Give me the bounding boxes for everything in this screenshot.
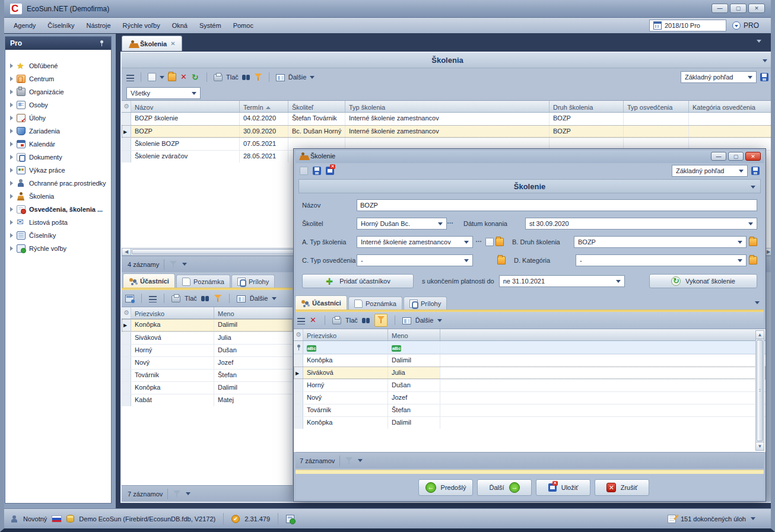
pin-icon[interactable] (98, 39, 106, 47)
sidebar-item-ulohy[interactable]: Úlohy (5, 112, 111, 125)
view-selector[interactable]: Základný pohľad (681, 71, 757, 83)
delete-icon[interactable] (309, 316, 317, 324)
slovak-flag-icon[interactable] (52, 515, 62, 523)
previous-button[interactable]: Predošlý (418, 479, 473, 496)
columns-icon[interactable] (402, 317, 411, 324)
save-view-icon[interactable] (751, 167, 760, 175)
gear-icon[interactable] (123, 309, 131, 317)
ellipsis-icon[interactable] (475, 238, 484, 246)
vertical-scrollbar[interactable]: ▲ ▼ (755, 330, 764, 451)
print-label[interactable]: Tlač (185, 295, 197, 302)
table-row-selected[interactable]: Konôpka Dalimil (122, 319, 293, 332)
table-row[interactable]: Továrnik Štefan (294, 404, 766, 416)
table-row-selected[interactable]: BOZP 30.09.2020 Bc. Dušan Horný Interné … (122, 125, 773, 138)
column-priezvisko[interactable]: Priezvisko (131, 307, 214, 318)
current-user[interactable]: Novotný (23, 515, 47, 523)
scroll-down-arrow[interactable]: ▼ (756, 442, 764, 450)
cancel-button[interactable]: Zrušiť (595, 479, 649, 496)
column-termin[interactable]: Termín (240, 101, 288, 112)
gear-icon[interactable] (123, 103, 131, 111)
typ-skolenia-selector[interactable]: Interné školenie zamestnancov (357, 236, 473, 248)
table-row[interactable]: Nový Jozef (294, 391, 766, 404)
menu-ciselniky[interactable]: Číselníky (42, 20, 80, 31)
search-icon[interactable] (242, 73, 250, 81)
panel-collapse-icon[interactable] (763, 59, 767, 62)
sidebar-item-oblubene[interactable]: Obľúbené (5, 59, 111, 72)
nazov-field[interactable] (357, 199, 757, 211)
tab-poznamka[interactable]: Poznámka (176, 275, 230, 288)
dialog-view-selector[interactable]: Základný pohľad (672, 165, 748, 177)
column-meno[interactable]: Meno (388, 329, 440, 340)
sidebar-item-listova-posta[interactable]: Listová pošta (5, 216, 111, 229)
pro-menu[interactable]: PRO (732, 21, 759, 30)
menu-nastroje[interactable]: Nástroje (81, 20, 117, 31)
refresh-icon[interactable] (192, 73, 200, 81)
sidebar-item-ciselniky[interactable]: Číselníky (5, 229, 111, 242)
table-row[interactable]: Kabát Matej (122, 394, 293, 406)
column-skolitel[interactable]: Školiteľ (288, 101, 345, 112)
print-label[interactable]: Tlač (226, 74, 239, 81)
new-record-icon[interactable] (300, 167, 308, 175)
sidebar-item-vykaz-prace[interactable]: Výkaz práce (5, 164, 111, 177)
header-collapse-icon[interactable] (751, 186, 755, 189)
sidebar-item-centrum[interactable]: Centrum (5, 72, 111, 85)
column-druh-skolenia[interactable]: Druh školenia (550, 101, 624, 112)
save-view-icon[interactable] (760, 73, 768, 81)
more-label[interactable]: Ďalšie (415, 317, 434, 324)
sidebar-item-dokumenty[interactable]: Dokumenty (5, 151, 111, 164)
new-record-dropdown[interactable] (160, 76, 164, 79)
close-button[interactable]: ✕ (748, 4, 765, 13)
more-label[interactable]: Ďalšie (250, 295, 268, 302)
menu-agendy[interactable]: Agendy (8, 20, 42, 31)
column-priezvisko[interactable]: Priezvisko (303, 329, 388, 340)
more-label[interactable]: Ďalšie (288, 74, 307, 81)
menu-okna[interactable]: Okná (166, 20, 193, 31)
completed-tasks[interactable]: 151 dokončených úloh (681, 515, 746, 523)
sidebar-item-skolenia[interactable]: Školenia (5, 190, 111, 203)
records-filter-selector[interactable]: Všetky (126, 87, 201, 99)
gear-icon[interactable] (295, 331, 303, 339)
column-kategoria-osvedcenia[interactable]: Kategória osvedčenia (689, 101, 773, 112)
delete-icon[interactable] (180, 73, 188, 81)
menu-icon[interactable] (126, 75, 134, 81)
table-row[interactable]: Konôpka Dalimil (294, 416, 766, 429)
ellipsis-icon[interactable] (447, 219, 455, 228)
detail-view-icon[interactable] (125, 295, 134, 302)
more-dropdown[interactable] (310, 76, 315, 79)
more-dropdown[interactable] (272, 297, 277, 300)
druh-skolenia-selector[interactable]: BOZP (574, 236, 747, 248)
menu-icon[interactable] (297, 318, 305, 324)
scrollbar-thumb[interactable] (757, 340, 763, 441)
print-icon[interactable] (171, 295, 180, 302)
column-nazov[interactable]: Názov (131, 101, 240, 112)
print-icon[interactable] (214, 74, 223, 81)
scroll-left-arrow[interactable]: ◀ (122, 249, 131, 255)
next-button[interactable]: Ďalší (477, 479, 532, 496)
tab-ucastnici[interactable]: Účastníci (123, 273, 175, 288)
filter-dropdown[interactable] (182, 263, 187, 266)
folder-icon[interactable] (496, 238, 504, 246)
filter-toggle[interactable] (374, 314, 388, 327)
filter-dropdown[interactable] (186, 492, 190, 495)
table-row[interactable]: Horný Dušan (294, 379, 766, 391)
tabs-collapse-icon[interactable] (755, 301, 760, 304)
dialog-minimize-button[interactable]: — (711, 152, 726, 161)
table-row[interactable]: Siváková Julia (122, 332, 293, 344)
validity-date-selector[interactable]: ne 31.10.2021 (499, 275, 625, 287)
column-meno[interactable]: Meno (214, 307, 293, 318)
match-case-icon[interactable]: aBc (392, 345, 401, 352)
sidebar-item-kalendar[interactable]: Kalendár (5, 138, 111, 151)
menu-rychle-volby[interactable]: Rýchle voľby (117, 20, 166, 31)
tasks-dropdown[interactable] (751, 517, 755, 520)
dialog-tab-poznamka[interactable]: Poznámka (348, 297, 402, 310)
sidebar-item-osvedcenia[interactable]: Osvedčenia, školenia ... (5, 203, 111, 216)
filter-dropdown[interactable] (358, 459, 363, 462)
sidebar-item-osoby[interactable]: Osoby (5, 98, 111, 112)
sidebar-item-rychle-volby[interactable]: Rýchle voľby (5, 242, 111, 255)
perform-training-button[interactable]: Vykonať školenie (649, 274, 757, 288)
column-typ-skolenia[interactable]: Typ školenia (345, 101, 550, 112)
open-icon[interactable] (168, 73, 176, 81)
skolitel-selector[interactable]: Horný Dušan Bc. (357, 218, 447, 230)
filter-icon[interactable] (254, 73, 262, 81)
sidebar-item-organizacie[interactable]: Organizácie (5, 85, 111, 98)
